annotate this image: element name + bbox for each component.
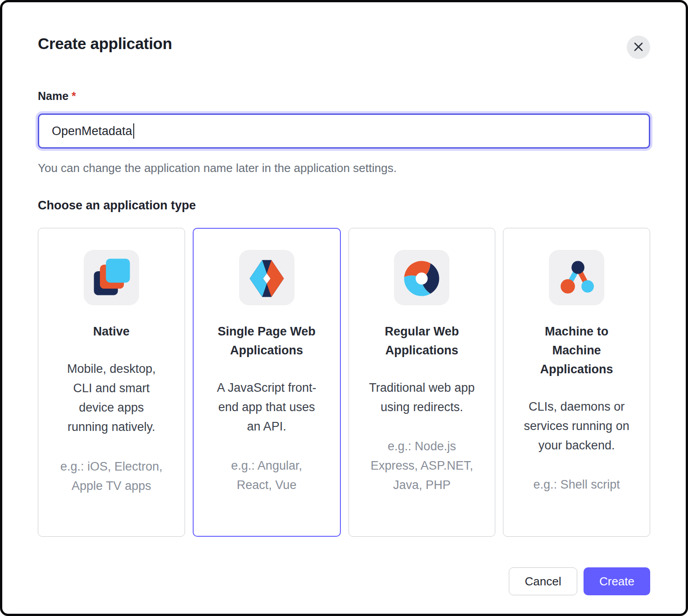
card-examples: e.g.: Shell script [523, 475, 631, 494]
card-machine-to-machine[interactable]: Machine to Machine Applications CLIs, da… [503, 228, 650, 537]
application-type-heading: Choose an application type [38, 199, 650, 213]
card-single-page-web[interactable]: Single Page Web Applications A JavaScrip… [193, 228, 341, 537]
card-title: Machine to Machine Applications [525, 322, 629, 379]
dialog-title: Create application [38, 35, 172, 53]
name-label: Name* [38, 90, 650, 103]
regular-web-swirl-icon [394, 250, 449, 305]
card-examples: e.g.: Angular, React, Vue [213, 456, 321, 495]
card-description: Traditional web app using redirects. [368, 378, 476, 417]
close-button[interactable] [627, 36, 650, 59]
name-input[interactable]: OpenMetadata [38, 113, 650, 149]
card-description: CLIs, daemons or services running on you… [523, 397, 631, 456]
card-regular-web[interactable]: Regular Web Applications Traditional web… [349, 228, 496, 537]
text-caret [133, 123, 134, 139]
native-stacked-squares-icon [84, 250, 139, 305]
create-application-dialog: Create application Name* OpenMetadata Yo… [0, 0, 688, 616]
card-description: Mobile, desktop, CLI and smart device ap… [57, 359, 165, 437]
spa-diamonds-icon [239, 250, 294, 305]
m2m-molecule-icon [549, 250, 604, 305]
application-type-cards: Native Mobile, desktop, CLI and smart de… [38, 228, 650, 537]
dialog-header: Create application [38, 2, 650, 59]
card-examples: e.g.: Node.js Express, ASP.NET, Java, PH… [368, 437, 476, 495]
card-title: Regular Web Applications [370, 322, 474, 360]
close-icon [633, 41, 644, 54]
name-helper-text: You can change the application name late… [38, 161, 650, 175]
name-input-value: OpenMetadata [52, 124, 132, 138]
card-description: A JavaScript front-end app that uses an … [213, 378, 321, 437]
required-asterisk: * [72, 90, 76, 102]
cancel-button[interactable]: Cancel [509, 567, 577, 595]
card-examples: e.g.: iOS, Electron, Apple TV apps [57, 457, 165, 496]
dialog-footer: Cancel Create [38, 567, 650, 595]
card-native[interactable]: Native Mobile, desktop, CLI and smart de… [38, 228, 185, 537]
create-button[interactable]: Create [584, 567, 650, 595]
card-title: Native [59, 322, 163, 341]
card-title: Single Page Web Applications [214, 322, 319, 360]
